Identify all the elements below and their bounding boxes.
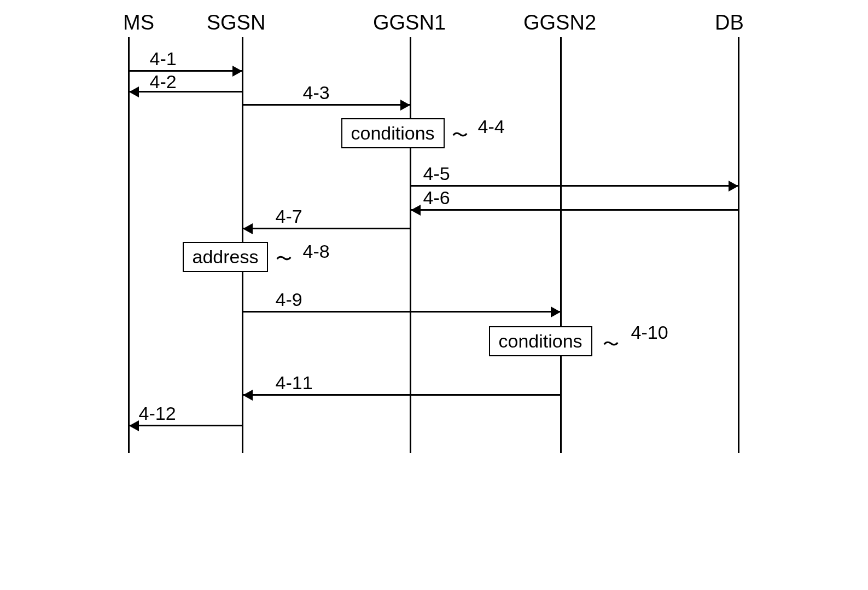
arrowhead-left-icon (411, 205, 421, 216)
label-4-1: 4-1 (150, 48, 177, 70)
arrow-4-7 (243, 228, 410, 229)
squiggle-icon: 〜 (276, 251, 292, 267)
lifeline-db (738, 37, 739, 453)
arrowhead-right-icon (551, 306, 561, 317)
box-conditions-4-10: conditions (489, 326, 592, 356)
label-4-7: 4-7 (276, 206, 302, 227)
arrow-4-11 (243, 394, 560, 396)
box-conditions-4-4: conditions (341, 118, 445, 148)
squiggle-icon: 〜 (452, 127, 468, 143)
participant-db: DB (715, 11, 744, 34)
label-4-4: 4-4 (478, 116, 505, 137)
label-4-6: 4-6 (423, 187, 450, 209)
label-4-9: 4-9 (276, 289, 302, 310)
label-4-2: 4-2 (150, 71, 177, 92)
arrow-4-5 (411, 185, 738, 187)
label-4-11: 4-11 (276, 372, 313, 394)
squiggle-icon: 〜 (603, 336, 619, 352)
label-4-8: 4-8 (303, 241, 330, 262)
arrowhead-right-icon (232, 66, 242, 77)
arrowhead-left-icon (129, 86, 139, 97)
arrow-4-3 (243, 104, 410, 106)
sequence-diagram: MS SGSN GGSN1 GGSN2 DB 4-1 4-2 4-3 condi… (106, 11, 762, 460)
arrow-4-2 (130, 91, 242, 92)
label-4-12: 4-12 (139, 403, 176, 424)
arrowhead-right-icon (400, 100, 410, 111)
label-4-3: 4-3 (303, 82, 330, 103)
arrow-4-12 (130, 425, 242, 426)
participant-ggsn2: GGSN2 (523, 11, 596, 34)
arrow-4-1 (130, 70, 242, 72)
arrowhead-left-icon (129, 420, 139, 431)
arrowhead-left-icon (243, 223, 253, 234)
participant-sgsn: SGSN (207, 11, 266, 34)
lifeline-ggsn2 (560, 37, 562, 453)
label-4-10: 4-10 (631, 322, 668, 343)
participant-ms: MS (123, 11, 154, 34)
label-4-5: 4-5 (423, 163, 450, 184)
arrow-4-6 (411, 209, 738, 211)
lifeline-ms (128, 37, 130, 453)
arrowhead-right-icon (729, 181, 738, 192)
box-address-4-8: address (183, 242, 269, 272)
arrow-4-9 (243, 311, 560, 313)
participant-ggsn1: GGSN1 (373, 11, 446, 34)
arrowhead-left-icon (243, 390, 253, 401)
